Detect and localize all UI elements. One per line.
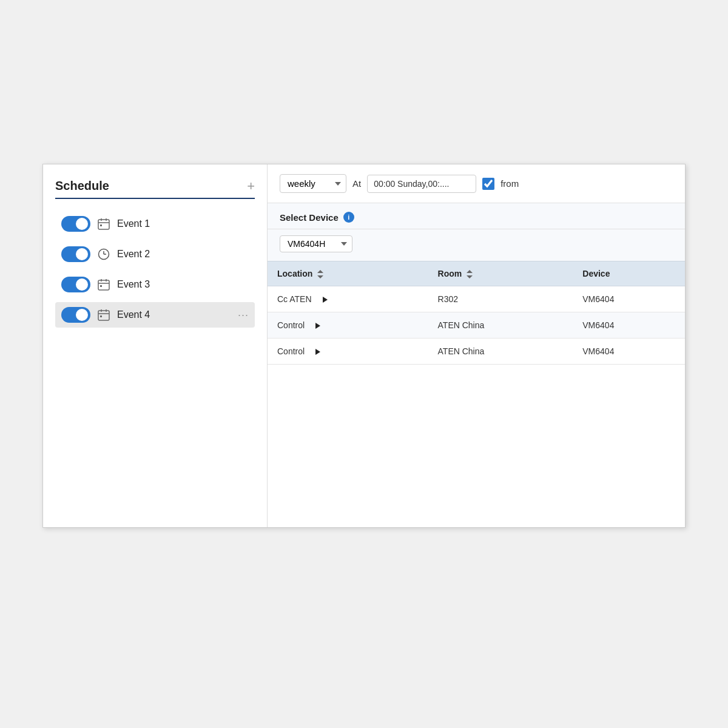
from-checkbox[interactable] <box>482 178 494 190</box>
calendar-icon-3 <box>96 277 111 292</box>
event-item-3[interactable]: Event 3 <box>55 272 255 297</box>
content-area: Select Device i VM6404H VM6404 Location <box>268 203 685 527</box>
top-bar: weekly daily monthly At from <box>268 164 685 203</box>
calendar-icon-1 <box>96 217 111 231</box>
add-event-button[interactable]: + <box>247 180 255 193</box>
col-device: Device <box>573 261 685 286</box>
row-3-expand-button[interactable] <box>308 346 324 357</box>
row-2-device: VM6404 <box>573 312 685 339</box>
schedule-panel: Schedule + Even <box>43 164 268 527</box>
event-4-more-icon[interactable]: ··· <box>238 309 249 322</box>
event-2-label: Event 2 <box>117 249 249 260</box>
table-row: Control ATEN China VM6404 <box>268 312 685 339</box>
row-2-expand-button[interactable] <box>308 320 324 331</box>
room-sort-icon <box>467 270 473 278</box>
schedule-title: Schedule <box>55 179 109 193</box>
row-3-location: Control <box>268 339 428 365</box>
device-table: Location Room Device <box>268 261 685 365</box>
event-item-2[interactable]: Event 2 <box>55 241 255 267</box>
at-label: At <box>352 178 361 189</box>
calendar-icon-4 <box>96 308 111 322</box>
right-panel: weekly daily monthly At from Select Devi… <box>268 164 685 527</box>
event-2-toggle[interactable] <box>61 246 90 262</box>
event-item-4[interactable]: Event 4 ··· <box>55 302 255 328</box>
table-header: Location Room Device <box>268 261 685 286</box>
event-4-label: Event 4 <box>117 309 232 320</box>
table-row: Control ATEN China VM6404 <box>268 339 685 365</box>
col-room[interactable]: Room <box>428 261 573 286</box>
event-list: Event 1 Event 2 <box>55 211 255 328</box>
row-3-room: ATEN China <box>428 339 573 365</box>
svg-rect-12 <box>100 285 102 287</box>
event-4-toggle[interactable] <box>61 307 90 323</box>
table-row: Cc ATEN R302 VM6404 <box>268 286 685 312</box>
svg-rect-13 <box>98 311 109 320</box>
clock-icon-2 <box>96 247 111 261</box>
expand-arrow-2 <box>315 323 320 329</box>
row-2-location: Control <box>268 312 428 339</box>
col-location[interactable]: Location <box>268 261 428 286</box>
row-1-room: R302 <box>428 286 573 312</box>
from-label: from <box>500 178 519 189</box>
select-device-label: Select Device <box>280 212 339 223</box>
location-sort-icon <box>317 270 323 278</box>
event-1-label: Event 1 <box>117 218 249 229</box>
device-dropdown-row: VM6404H VM6404 <box>268 229 685 261</box>
svg-rect-8 <box>98 280 109 290</box>
select-device-bar: Select Device i <box>268 203 685 229</box>
row-3-device: VM6404 <box>573 339 685 365</box>
svg-rect-4 <box>100 224 102 226</box>
info-icon[interactable]: i <box>343 212 354 223</box>
expand-arrow-3 <box>315 349 320 355</box>
event-3-toggle[interactable] <box>61 277 90 292</box>
event-1-toggle[interactable] <box>61 216 90 232</box>
table-body: Cc ATEN R302 VM6404 Control <box>268 286 685 365</box>
expand-arrow-1 <box>323 297 328 303</box>
schedule-header: Schedule + <box>55 179 255 199</box>
svg-rect-17 <box>100 315 102 317</box>
main-container: Schedule + Even <box>42 164 686 528</box>
event-3-label: Event 3 <box>117 279 249 290</box>
row-1-expand-button[interactable] <box>315 294 331 305</box>
row-1-device: VM6404 <box>573 286 685 312</box>
frequency-select[interactable]: weekly daily monthly <box>280 174 346 193</box>
event-item-1[interactable]: Event 1 <box>55 211 255 237</box>
time-input[interactable] <box>367 175 476 193</box>
svg-rect-0 <box>98 220 109 229</box>
row-1-location: Cc ATEN <box>268 286 428 312</box>
row-2-room: ATEN China <box>428 312 573 339</box>
device-select[interactable]: VM6404H VM6404 <box>280 235 352 252</box>
